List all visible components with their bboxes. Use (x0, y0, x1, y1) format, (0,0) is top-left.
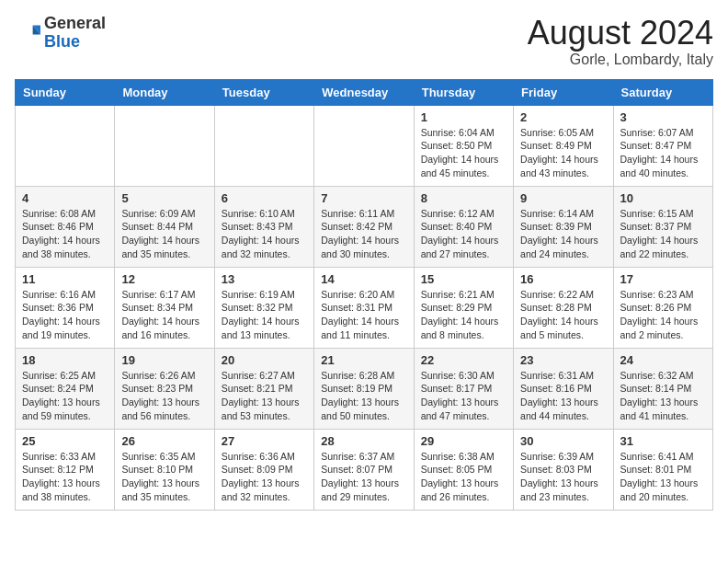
day-number: 23 (520, 353, 606, 367)
day-number: 18 (22, 353, 108, 367)
calendar-cell: 5Sunrise: 6:09 AM Sunset: 8:44 PM Daylig… (115, 186, 214, 267)
calendar-cell: 17Sunrise: 6:23 AM Sunset: 8:26 PM Dayli… (613, 267, 712, 348)
day-info: Sunrise: 6:08 AM Sunset: 8:46 PM Dayligh… (22, 207, 108, 261)
day-info: Sunrise: 6:36 AM Sunset: 8:09 PM Dayligh… (222, 450, 307, 504)
day-number: 3 (620, 110, 706, 124)
day-number: 29 (421, 434, 506, 448)
day-info: Sunrise: 6:23 AM Sunset: 8:26 PM Dayligh… (620, 288, 706, 342)
day-number: 31 (620, 434, 706, 448)
calendar-cell: 25Sunrise: 6:33 AM Sunset: 8:12 PM Dayli… (16, 429, 115, 510)
calendar-cell: 30Sunrise: 6:39 AM Sunset: 8:03 PM Dayli… (514, 429, 613, 510)
calendar-cell: 29Sunrise: 6:38 AM Sunset: 8:05 PM Dayli… (414, 429, 513, 510)
day-number: 12 (121, 272, 207, 286)
day-info: Sunrise: 6:16 AM Sunset: 8:36 PM Dayligh… (22, 288, 108, 342)
day-number: 27 (222, 434, 307, 448)
day-info: Sunrise: 6:17 AM Sunset: 8:34 PM Dayligh… (121, 288, 207, 342)
day-info: Sunrise: 6:25 AM Sunset: 8:24 PM Dayligh… (22, 369, 108, 423)
day-number: 7 (321, 191, 406, 205)
calendar-week-row: 1Sunrise: 6:04 AM Sunset: 8:50 PM Daylig… (16, 105, 713, 186)
calendar-week-row: 18Sunrise: 6:25 AM Sunset: 8:24 PM Dayli… (16, 348, 713, 429)
calendar-cell: 15Sunrise: 6:21 AM Sunset: 8:29 PM Dayli… (414, 267, 513, 348)
day-info: Sunrise: 6:37 AM Sunset: 8:07 PM Dayligh… (321, 450, 406, 504)
calendar-cell: 21Sunrise: 6:28 AM Sunset: 8:19 PM Dayli… (314, 348, 414, 429)
day-info: Sunrise: 6:19 AM Sunset: 8:32 PM Dayligh… (222, 288, 307, 342)
calendar-cell: 22Sunrise: 6:30 AM Sunset: 8:17 PM Dayli… (414, 348, 513, 429)
calendar-cell: 19Sunrise: 6:26 AM Sunset: 8:23 PM Dayli… (115, 348, 214, 429)
calendar-cell: 16Sunrise: 6:22 AM Sunset: 8:28 PM Dayli… (514, 267, 613, 348)
calendar-cell (314, 105, 414, 186)
calendar-cell (115, 105, 214, 186)
day-number: 21 (321, 353, 406, 367)
day-number: 20 (222, 353, 307, 367)
calendar-cell: 31Sunrise: 6:41 AM Sunset: 8:01 PM Dayli… (613, 429, 712, 510)
day-number: 16 (520, 272, 606, 286)
calendar-cell: 11Sunrise: 6:16 AM Sunset: 8:36 PM Dayli… (16, 267, 115, 348)
calendar-cell: 10Sunrise: 6:15 AM Sunset: 8:37 PM Dayli… (613, 186, 712, 267)
calendar-table: SundayMondayTuesdayWednesdayThursdayFrid… (15, 79, 713, 511)
calendar-cell: 4Sunrise: 6:08 AM Sunset: 8:46 PM Daylig… (16, 186, 115, 267)
calendar-cell: 20Sunrise: 6:27 AM Sunset: 8:21 PM Dayli… (214, 348, 313, 429)
day-number: 25 (22, 434, 108, 448)
day-info: Sunrise: 6:07 AM Sunset: 8:47 PM Dayligh… (620, 126, 706, 180)
day-info: Sunrise: 6:26 AM Sunset: 8:23 PM Dayligh… (121, 369, 207, 423)
day-info: Sunrise: 6:28 AM Sunset: 8:19 PM Dayligh… (321, 369, 406, 423)
location-subtitle: Gorle, Lombardy, Italy (528, 52, 713, 68)
calendar-cell: 18Sunrise: 6:25 AM Sunset: 8:24 PM Dayli… (16, 348, 115, 429)
calendar-week-row: 25Sunrise: 6:33 AM Sunset: 8:12 PM Dayli… (16, 429, 713, 510)
day-info: Sunrise: 6:15 AM Sunset: 8:37 PM Dayligh… (620, 207, 706, 261)
calendar-cell: 26Sunrise: 6:35 AM Sunset: 8:10 PM Dayli… (115, 429, 214, 510)
day-header-sunday: Sunday (16, 79, 115, 105)
calendar-cell: 7Sunrise: 6:11 AM Sunset: 8:42 PM Daylig… (314, 186, 414, 267)
calendar-cell: 28Sunrise: 6:37 AM Sunset: 8:07 PM Dayli… (314, 429, 414, 510)
day-info: Sunrise: 6:41 AM Sunset: 8:01 PM Dayligh… (620, 450, 706, 504)
day-number: 17 (620, 272, 706, 286)
calendar-cell: 14Sunrise: 6:20 AM Sunset: 8:31 PM Dayli… (314, 267, 414, 348)
logo: General Blue (15, 15, 106, 52)
day-info: Sunrise: 6:20 AM Sunset: 8:31 PM Dayligh… (321, 288, 406, 342)
day-header-thursday: Thursday (414, 79, 513, 105)
day-number: 4 (22, 191, 108, 205)
calendar-cell: 6Sunrise: 6:10 AM Sunset: 8:43 PM Daylig… (214, 186, 313, 267)
day-header-wednesday: Wednesday (314, 79, 414, 105)
day-number: 2 (520, 110, 606, 124)
day-info: Sunrise: 6:05 AM Sunset: 8:49 PM Dayligh… (520, 126, 606, 180)
day-info: Sunrise: 6:22 AM Sunset: 8:28 PM Dayligh… (520, 288, 606, 342)
calendar-cell (214, 105, 313, 186)
calendar-cell: 13Sunrise: 6:19 AM Sunset: 8:32 PM Dayli… (214, 267, 313, 348)
day-header-friday: Friday (514, 79, 613, 105)
day-info: Sunrise: 6:09 AM Sunset: 8:44 PM Dayligh… (121, 207, 207, 261)
day-number: 9 (520, 191, 606, 205)
calendar-cell: 2Sunrise: 6:05 AM Sunset: 8:49 PM Daylig… (514, 105, 613, 186)
day-number: 15 (421, 272, 506, 286)
calendar-cell: 8Sunrise: 6:12 AM Sunset: 8:40 PM Daylig… (414, 186, 513, 267)
day-info: Sunrise: 6:14 AM Sunset: 8:39 PM Dayligh… (520, 207, 606, 261)
calendar-cell: 23Sunrise: 6:31 AM Sunset: 8:16 PM Dayli… (514, 348, 613, 429)
day-number: 10 (620, 191, 706, 205)
day-info: Sunrise: 6:10 AM Sunset: 8:43 PM Dayligh… (222, 207, 307, 261)
calendar-week-row: 4Sunrise: 6:08 AM Sunset: 8:46 PM Daylig… (16, 186, 713, 267)
calendar-header-row: SundayMondayTuesdayWednesdayThursdayFrid… (16, 79, 713, 105)
day-info: Sunrise: 6:21 AM Sunset: 8:29 PM Dayligh… (421, 288, 506, 342)
day-number: 6 (222, 191, 307, 205)
logo-blue-text: Blue (44, 32, 80, 51)
day-info: Sunrise: 6:27 AM Sunset: 8:21 PM Dayligh… (222, 369, 307, 423)
day-number: 5 (121, 191, 207, 205)
day-info: Sunrise: 6:04 AM Sunset: 8:50 PM Dayligh… (421, 126, 506, 180)
day-number: 11 (22, 272, 108, 286)
day-number: 8 (421, 191, 506, 205)
page-header: General Blue August 2024 Gorle, Lombardy… (15, 15, 713, 68)
day-number: 22 (421, 353, 506, 367)
day-number: 30 (520, 434, 606, 448)
day-header-saturday: Saturday (613, 79, 712, 105)
calendar-cell: 9Sunrise: 6:14 AM Sunset: 8:39 PM Daylig… (514, 186, 613, 267)
day-info: Sunrise: 6:32 AM Sunset: 8:14 PM Dayligh… (620, 369, 706, 423)
calendar-cell: 1Sunrise: 6:04 AM Sunset: 8:50 PM Daylig… (414, 105, 513, 186)
day-info: Sunrise: 6:39 AM Sunset: 8:03 PM Dayligh… (520, 450, 606, 504)
day-number: 28 (321, 434, 406, 448)
day-number: 24 (620, 353, 706, 367)
calendar-week-row: 11Sunrise: 6:16 AM Sunset: 8:36 PM Dayli… (16, 267, 713, 348)
calendar-cell: 27Sunrise: 6:36 AM Sunset: 8:09 PM Dayli… (214, 429, 313, 510)
day-number: 19 (121, 353, 207, 367)
day-number: 26 (121, 434, 207, 448)
title-area: August 2024 Gorle, Lombardy, Italy (528, 15, 713, 68)
